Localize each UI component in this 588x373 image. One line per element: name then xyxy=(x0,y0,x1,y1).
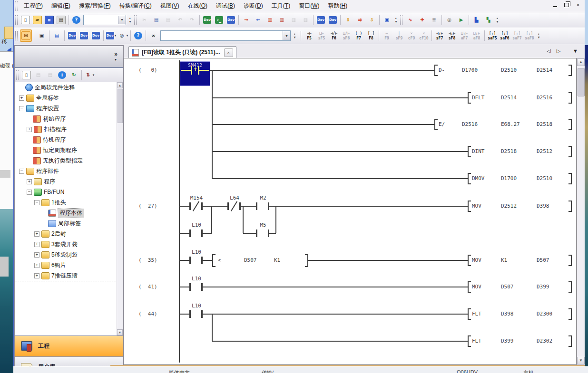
instruction-operand[interactable]: D2514 xyxy=(537,67,552,73)
minimize-button[interactable] xyxy=(551,1,559,8)
intelligent-module-button[interactable]: ▶ xyxy=(456,14,467,26)
new-data-button[interactable]: ▯ xyxy=(21,69,32,81)
menu-t[interactable]: 工具(T) xyxy=(267,0,294,11)
ladder-key-f8-button[interactable]: [ ]F8 xyxy=(365,29,377,42)
remote-operation-button[interactable]: ▣ xyxy=(382,14,392,26)
toolbar-grip[interactable] xyxy=(299,31,301,40)
monitor-terminal-button[interactable]: ›_ xyxy=(214,14,225,26)
copy-button[interactable]: ▤ xyxy=(151,14,162,26)
expand-plus-icon[interactable]: + xyxy=(34,252,39,258)
tree-item-恒定周期程序[interactable]: 恒定周期程序 xyxy=(15,145,123,155)
collapse-minus-icon[interactable]: − xyxy=(27,190,32,195)
toolbar-grip[interactable] xyxy=(15,31,18,40)
undo-button[interactable]: ↶ xyxy=(175,14,186,26)
contact-bar[interactable] xyxy=(189,202,191,210)
toolbar-grip[interactable] xyxy=(15,15,18,25)
scroll-down-icon[interactable]: ▼ xyxy=(117,329,123,335)
instruction-operand[interactable]: D2510 xyxy=(537,175,552,182)
instruction-operand[interactable]: D507 xyxy=(501,284,514,290)
instruction-opcode[interactable]: D- xyxy=(439,67,445,73)
tree-item-程序部件[interactable]: −程序部件 xyxy=(15,166,123,176)
toolbar-grip[interactable] xyxy=(400,15,402,25)
write-verify-plc-button[interactable]: ▥ xyxy=(276,14,287,26)
import-arrow-button[interactable]: → xyxy=(241,14,252,26)
device-batch-monitor-button[interactable]: Dev xyxy=(327,14,338,26)
instruction-opcode[interactable]: MOV xyxy=(472,284,481,290)
tree-item-3套袋开袋[interactable]: +3套袋开袋 xyxy=(15,239,123,249)
dropdown-arrow-icon[interactable]: ▾ xyxy=(115,34,117,38)
contact-bar[interactable] xyxy=(189,310,191,318)
selected-contact-SM412[interactable]: SM412 xyxy=(180,61,210,86)
instruction-opcode[interactable]: DFLT xyxy=(472,95,485,101)
toolbar-grip[interactable] xyxy=(15,1,18,11)
instruction-operand[interactable]: D2516 xyxy=(537,95,552,101)
write-to-plc-dev-button[interactable]: Dev xyxy=(202,14,213,26)
contact-bar[interactable] xyxy=(189,283,191,291)
menu-e[interactable]: 编辑(E) xyxy=(47,0,75,11)
tree-item-全局软元件注释[interactable]: 全局软元件注释 xyxy=(15,82,123,93)
toolbar-overflow-icon[interactable]: ▪▾ xyxy=(536,30,542,41)
ladder-key-sf6-button[interactable]: ⊔/⊢sF6 xyxy=(340,29,353,42)
contact-bar[interactable] xyxy=(201,202,203,210)
scan-time-chart-button[interactable]: ▙ xyxy=(471,14,482,26)
instruction-operand[interactable]: D2300 xyxy=(537,311,552,317)
instruction-opcode[interactable]: FLT xyxy=(472,311,481,317)
tree-item-5移袋制袋[interactable]: +5移袋制袋 xyxy=(15,249,123,260)
instruction-operand[interactable]: D398 xyxy=(501,311,514,317)
tree-item-程序本体[interactable]: 程序本体 xyxy=(15,208,123,218)
tab-fb-1tuitou[interactable]: [FB]读取 1推头 (只读) (2511)... × xyxy=(128,46,236,58)
entry-data-monitor-button[interactable]: ✚ xyxy=(417,14,428,26)
find-binoculars-button[interactable]: ∞ xyxy=(148,30,159,41)
tab-list-icon[interactable]: ▼ xyxy=(573,48,578,54)
paste-data-button[interactable]: ▤ xyxy=(45,69,56,81)
device-use-list-button[interactable]: ⇩ xyxy=(366,14,377,26)
cut-button[interactable]: ✂ xyxy=(139,14,150,26)
instruction-operand[interactable]: D1700 xyxy=(462,67,478,73)
cross-reference-button[interactable]: ⇉ xyxy=(354,14,365,26)
tree-item-扫描程序[interactable]: +扫描程序 xyxy=(15,124,123,134)
expand-plus-icon[interactable]: + xyxy=(34,242,39,247)
scrollbar-thumb[interactable] xyxy=(578,68,585,96)
expand-plus-icon[interactable]: + xyxy=(34,231,39,237)
device-hw-button[interactable]: Dev xyxy=(225,14,236,26)
scrollbar-thumb[interactable] xyxy=(118,89,123,123)
ladder-key-saf8-button[interactable]: [↓]saF8 xyxy=(523,29,536,42)
ladder-key-af8-button[interactable]: ⊔↓⊢aF8 xyxy=(470,29,483,42)
compare-operand[interactable]: D507 xyxy=(244,257,257,263)
tab-scroll-right-icon[interactable]: ▷ xyxy=(557,48,560,54)
verify-button[interactable]: ▥ xyxy=(288,14,299,26)
instruction-operand[interactable]: D1700 xyxy=(501,175,517,182)
nav-button-工程[interactable]: 工程 xyxy=(15,335,123,356)
ladder-key-saf5-button[interactable]: [↑]saF5 xyxy=(486,29,499,42)
collapse-minus-icon[interactable]: − xyxy=(34,200,39,205)
paste-button[interactable]: ▤ xyxy=(163,14,174,26)
contact-bar[interactable] xyxy=(189,257,191,264)
instruction-operand[interactable]: D507 xyxy=(537,257,549,263)
tree-item-程序设置[interactable]: −程序设置 xyxy=(15,103,123,114)
tree-item-2后封[interactable]: +2后封 xyxy=(15,229,123,239)
expand-plus-icon[interactable]: + xyxy=(27,127,32,132)
device-display-format-button[interactable]: Dev▾ xyxy=(106,30,117,41)
combobox-dropdown-icon[interactable]: ▼ xyxy=(118,16,126,24)
menu-w[interactable]: 窗口(W) xyxy=(294,0,323,11)
combobox-dropdown-icon[interactable]: ▼ xyxy=(283,31,290,40)
tree-item-FB/FUN[interactable]: −FB/FUN xyxy=(15,187,123,197)
toolbar-overflow-icon[interactable]: ▪▾ xyxy=(127,14,133,26)
tree-scrollbar[interactable]: ▲ ▼ xyxy=(117,82,123,335)
print-button[interactable]: ▤ xyxy=(56,14,67,26)
chevron-icon[interactable]: » xyxy=(114,51,118,57)
navigation-window-toggle-button[interactable]: ⊞ xyxy=(20,29,32,42)
ladder-monitor-button[interactable]: ∿ xyxy=(405,14,416,26)
contact-bar[interactable] xyxy=(256,202,257,210)
instruction-operand[interactable]: K1 xyxy=(501,257,507,263)
menu-b[interactable]: 调试(B) xyxy=(212,0,239,11)
function-block-selection-button[interactable]: ▣ xyxy=(36,30,47,41)
instruction-operand[interactable]: D399 xyxy=(537,284,549,290)
tab-close-button[interactable]: × xyxy=(224,48,233,57)
close-button[interactable]: × xyxy=(574,1,582,8)
compare-operator[interactable]: < xyxy=(218,257,221,263)
contact-bar[interactable] xyxy=(201,230,203,237)
tree-item-待机程序[interactable]: 待机程序 xyxy=(15,134,123,145)
instruction-operand[interactable]: E68.27 xyxy=(501,121,520,127)
ladder-key-sf8-button[interactable]: ⊣↓⊢sF8 xyxy=(446,29,458,42)
